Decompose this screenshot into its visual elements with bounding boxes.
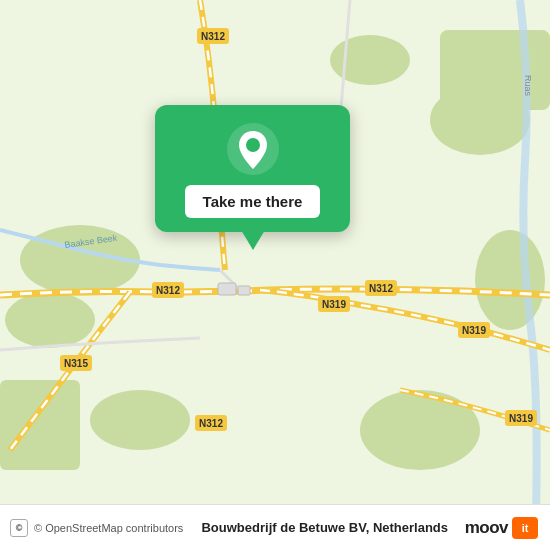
svg-text:N312: N312 xyxy=(369,283,393,294)
svg-point-32 xyxy=(246,138,260,152)
footer-title: Bouwbedrijf de Betuwe BV, Netherlands xyxy=(201,520,448,535)
moovit-logo-icon: moov it xyxy=(465,517,538,539)
svg-point-7 xyxy=(330,35,410,85)
map-background: N312 N312 N312 N312 N319 N319 N319 N315 … xyxy=(0,0,550,550)
map-container: N312 N312 N312 N312 N319 N319 N319 N315 … xyxy=(0,0,550,550)
location-pin-icon xyxy=(227,123,279,175)
svg-text:N315: N315 xyxy=(64,358,88,369)
take-me-there-button[interactable]: Take me there xyxy=(185,185,321,218)
svg-rect-9 xyxy=(440,30,550,110)
svg-point-8 xyxy=(475,230,545,330)
svg-rect-30 xyxy=(238,286,250,295)
svg-text:Ruas: Ruas xyxy=(523,75,533,97)
footer-bar: © © OpenStreetMap contributors Bouwbedri… xyxy=(0,504,550,550)
svg-rect-29 xyxy=(218,283,236,295)
openstreetmap-logo-icon: © xyxy=(10,519,28,537)
footer-attribution: © OpenStreetMap contributors xyxy=(34,522,183,534)
popup-card: Take me there xyxy=(155,105,350,232)
svg-point-6 xyxy=(90,390,190,450)
svg-point-3 xyxy=(5,292,95,348)
svg-rect-10 xyxy=(0,380,80,470)
svg-text:N312: N312 xyxy=(201,31,225,42)
moovit-dot-icon: it xyxy=(512,517,538,539)
svg-text:N319: N319 xyxy=(509,413,533,424)
svg-text:N319: N319 xyxy=(322,299,346,310)
moovit-text: moov xyxy=(465,518,508,538)
svg-text:N312: N312 xyxy=(199,418,223,429)
svg-text:N312: N312 xyxy=(156,285,180,296)
footer-left: © © OpenStreetMap contributors Bouwbedri… xyxy=(10,519,448,537)
svg-text:N319: N319 xyxy=(462,325,486,336)
